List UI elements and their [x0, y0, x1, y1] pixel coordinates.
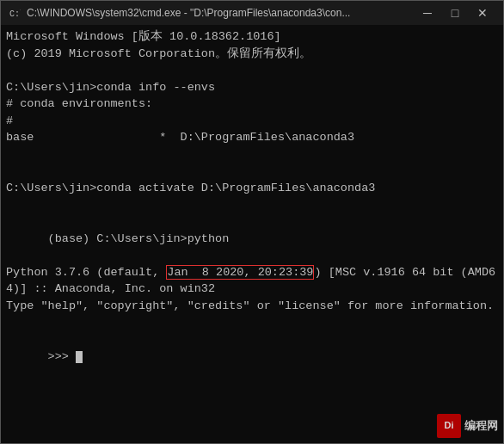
console-line-16 — [6, 315, 498, 332]
console-line-13-highlight: Jan 8 2020, 20:23:39 — [166, 265, 314, 280]
console-cursor — [76, 351, 83, 363]
console-line-3 — [6, 62, 498, 79]
maximize-button[interactable]: □ — [441, 1, 469, 25]
console-line-8 — [6, 146, 498, 163]
watermark-logo: Di — [437, 414, 461, 438]
close-button[interactable]: ✕ — [469, 1, 496, 25]
console-line-6: # — [6, 113, 498, 130]
console-prompt: >>> — [48, 350, 76, 363]
title-bar: C:\ C:\WINDOWS\system32\cmd.exe - "D:\Pr… — [1, 1, 503, 25]
title-bar-buttons: ─ □ ✕ — [414, 1, 496, 25]
console-line-12-text: (base) C:\Users\jin>python — [48, 232, 230, 245]
console-line-13-post: ) [MSC v.1916 64 bit (AMD6 — [314, 266, 495, 279]
console-line-1: Microsoft Windows [版本 10.0.18362.1016] — [6, 28, 498, 46]
minimize-button[interactable]: ─ — [414, 1, 441, 25]
console-line-9 — [6, 163, 498, 181]
watermark: Di 编程网 — [437, 414, 498, 438]
console-line-13: Python 3.7.6 (default, Jan 8 2020, 20:23… — [6, 264, 498, 281]
console-line-11 — [6, 197, 498, 214]
watermark-text: 编程网 — [464, 418, 498, 435]
console-line-12: (base) C:\Users\jin>python — [6, 213, 498, 264]
console-line-15: Type "help", "copyright", "credits" or "… — [6, 298, 498, 315]
cmd-window: C:\ C:\WINDOWS\system32\cmd.exe - "D:\Pr… — [0, 0, 504, 444]
console-line-5: # conda environments: — [6, 96, 498, 113]
console-line-4: C:\Users\jin>conda info --envs — [6, 79, 498, 96]
console-body: Microsoft Windows [版本 10.0.18362.1016] (… — [1, 25, 503, 443]
cmd-icon: C:\ — [8, 6, 22, 20]
title-bar-text: C:\WINDOWS\system32\cmd.exe - "D:\Progra… — [27, 7, 414, 19]
console-line-17: >>> — [6, 331, 498, 382]
console-line-7: base * D:\ProgramFiles\anaconda3 — [6, 129, 498, 146]
console-line-13-pre: Python 3.7.6 (default, — [6, 266, 166, 279]
console-line-10: C:\Users\jin>conda activate D:\ProgramFi… — [6, 180, 498, 197]
console-line-14: 4)] :: Anaconda, Inc. on win32 — [6, 281, 498, 298]
svg-text:C:\: C:\ — [9, 9, 21, 19]
console-line-2: (c) 2019 Microsoft Corporation。保留所有权利。 — [6, 46, 498, 63]
